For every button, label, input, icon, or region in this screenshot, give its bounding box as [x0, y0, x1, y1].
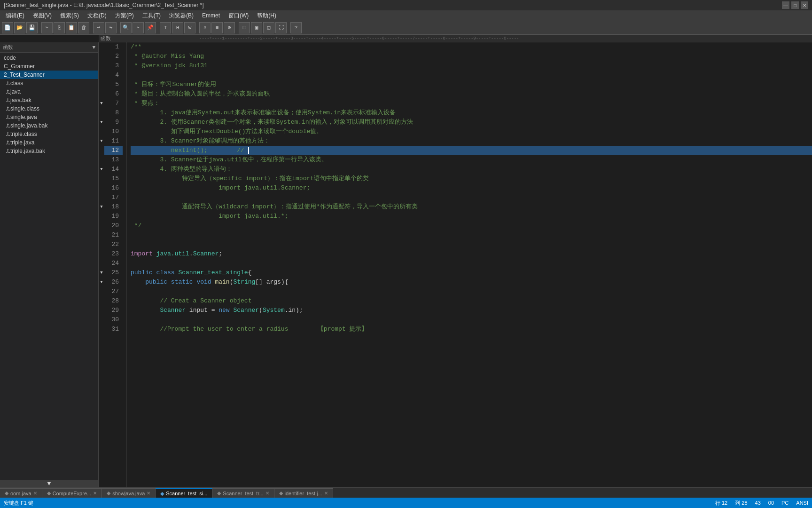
ruler-scale: ----+----1---------+----2-----+-----3---…: [199, 36, 519, 41]
tab-label: Scanner_test_si...: [166, 491, 207, 496]
code-line: * 目标：学习Scanner的使用: [131, 80, 812, 89]
bottom-tab[interactable]: ◆Scanner_test_si...: [156, 488, 212, 498]
toolbar-btn-8[interactable]: ✂: [133, 22, 144, 33]
sidebar-item[interactable]: .t.triple.java.bak: [0, 147, 98, 155]
toolbar-btn-9[interactable]: 📌: [145, 22, 156, 33]
bottom-tab[interactable]: ◆identifier_test.j... ✕: [274, 488, 333, 498]
maximize-button[interactable]: □: [791, 1, 799, 9]
bottom-tab[interactable]: ◆oom.java ✕: [0, 488, 42, 498]
undo-button[interactable]: ↩: [93, 22, 104, 33]
search-button[interactable]: 🔍: [120, 22, 132, 33]
toolbar-btn-11[interactable]: H: [172, 22, 183, 33]
menu-item[interactable]: 浏览器(B): [165, 10, 197, 21]
fold-indicator: [99, 183, 104, 193]
tab-close-button[interactable]: ✕: [33, 491, 37, 496]
code-line: import java.util.Scanner;: [131, 183, 812, 193]
toolbar-btn-14[interactable]: ≡: [211, 22, 223, 33]
tab-close-button[interactable]: ✕: [93, 491, 97, 496]
toolbar-btn-19[interactable]: ⛶: [275, 22, 287, 33]
menu-item[interactable]: 编辑(E): [2, 10, 28, 21]
tab-close-button[interactable]: ✕: [147, 491, 150, 496]
fold-indicator[interactable]: ▼: [99, 278, 104, 287]
sidebar-item[interactable]: C_Grammer: [0, 62, 98, 71]
fold-indicator[interactable]: ▼: [99, 165, 104, 174]
sidebar-item[interactable]: .t.single.class: [0, 104, 98, 113]
code-line: import java.util.*;: [131, 212, 812, 221]
code-line: public class Scanner_test_single{: [131, 268, 812, 278]
fold-indicator[interactable]: ▼: [99, 99, 104, 108]
menu-item[interactable]: 视图(V): [29, 10, 55, 21]
bottom-tab[interactable]: ◆ComputeExpre... ✕: [42, 488, 102, 498]
fold-indicator[interactable]: ▼: [99, 136, 104, 146]
sidebar-header: 函数 ▼: [0, 42, 98, 53]
help-button[interactable]: ?: [290, 22, 302, 33]
line-number: 22: [104, 240, 123, 249]
code-line: public static void main(String[] args){: [131, 278, 812, 287]
menu-item[interactable]: 搜索(S): [56, 10, 83, 21]
fold-indicator: [99, 230, 104, 240]
toolbar-btn-7[interactable]: 🗑: [78, 22, 89, 33]
toolbar-btn-13[interactable]: #: [199, 22, 211, 33]
menu-item[interactable]: 帮助(H): [253, 10, 280, 21]
menu-item[interactable]: Emmet: [198, 10, 224, 21]
menu-item[interactable]: 方案(P): [111, 10, 138, 21]
minimize-button[interactable]: —: [782, 1, 789, 9]
sidebar-item[interactable]: .t.single.java.bak: [0, 121, 98, 130]
toolbar-btn-15[interactable]: ⚙: [224, 22, 235, 33]
sidebar: 函数 ▼ codeC_Grammer2_Test_Scanner.t.class…: [0, 42, 99, 487]
toolbar-btn-5[interactable]: ⎘: [54, 22, 65, 33]
toolbar-btn-4[interactable]: ✂: [41, 22, 53, 33]
editor-content[interactable]: ▼▼▼▼▼▼▼ 12345678910111213141516171819202…: [99, 42, 812, 487]
fold-indicator[interactable]: ▼: [99, 202, 104, 212]
menu-item[interactable]: 工具(T): [139, 10, 164, 21]
toolbar-btn-1[interactable]: 📄: [2, 22, 13, 33]
toolbar-btn-12[interactable]: W: [184, 22, 195, 33]
bottom-tab[interactable]: ◆showjava.java ✕: [102, 488, 156, 498]
close-button[interactable]: ✕: [801, 1, 808, 9]
sidebar-item[interactable]: 2_Test_Scanner: [0, 71, 98, 79]
menu-item[interactable]: 文档(D): [84, 10, 110, 21]
fold-indicator[interactable]: ▼: [99, 118, 104, 127]
toolbar-btn-17[interactable]: ▣: [251, 22, 262, 33]
fold-indicator: [99, 42, 104, 52]
sidebar-item[interactable]: .t.java.bak: [0, 96, 98, 104]
fold-indicator[interactable]: ▼: [99, 268, 104, 278]
toolbar-btn-3[interactable]: 💾: [26, 22, 38, 33]
code-line: 4. 两种类型的导入语句：: [131, 165, 812, 174]
fold-indicator: [99, 315, 104, 325]
sidebar-scrollbar[interactable]: ▼: [0, 480, 98, 487]
toolbar-btn-10[interactable]: T: [160, 22, 171, 33]
menu-item[interactable]: 窗口(W): [225, 10, 252, 21]
fold-indicator: [99, 306, 104, 315]
code-area[interactable]: /** * @author Miss Yang * @version jdk_8…: [127, 42, 812, 487]
code-line: 如下调用了nextDouble()方法来读取一个double值。: [131, 127, 812, 136]
sidebar-item[interactable]: .t.triple.java: [0, 138, 98, 147]
sidebar-toggle[interactable]: ▼: [92, 45, 95, 50]
sidebar-item[interactable]: .t.triple.class: [0, 130, 98, 138]
line-number: 29: [104, 306, 123, 315]
toolbar-btn-18[interactable]: ◱: [263, 22, 274, 33]
fold-indicator: [99, 89, 104, 99]
redo-button[interactable]: ↪: [105, 22, 117, 33]
sidebar-item[interactable]: code: [0, 54, 98, 62]
line-number: 1: [104, 42, 123, 52]
code-line: * 题目：从控制台输入圆的半径，并求该圆的面积: [131, 89, 812, 99]
tab-close-button[interactable]: ✕: [265, 491, 269, 496]
sidebar-item[interactable]: .t.single.java: [0, 113, 98, 121]
line-number: 28: [104, 296, 123, 306]
sidebar-item[interactable]: .t.class: [0, 79, 98, 87]
code-line: nextInt(); //: [131, 146, 812, 155]
fold-indicator: [99, 240, 104, 249]
code-line: [131, 193, 812, 202]
toolbar-btn-16[interactable]: □: [239, 22, 250, 33]
status-bar-right: 行 12 列 28 43 00 PC ANSI: [715, 500, 808, 507]
toolbar-btn-6[interactable]: 📋: [66, 22, 77, 33]
tab-close-button[interactable]: ✕: [324, 491, 328, 496]
code-line: /**: [131, 42, 812, 52]
bottom-tab[interactable]: ◆Scanner_test_tr... ✕: [212, 488, 274, 498]
toolbar-btn-2[interactable]: 📂: [14, 22, 25, 33]
sidebar-item[interactable]: .t.java: [0, 87, 98, 96]
code-line: //Prompt the user to enter a radius 【pro…: [131, 325, 812, 334]
line-number: 17: [104, 193, 123, 202]
code-line: 特定导入（specific import）：指在import语句中指定单个的类: [131, 174, 812, 183]
